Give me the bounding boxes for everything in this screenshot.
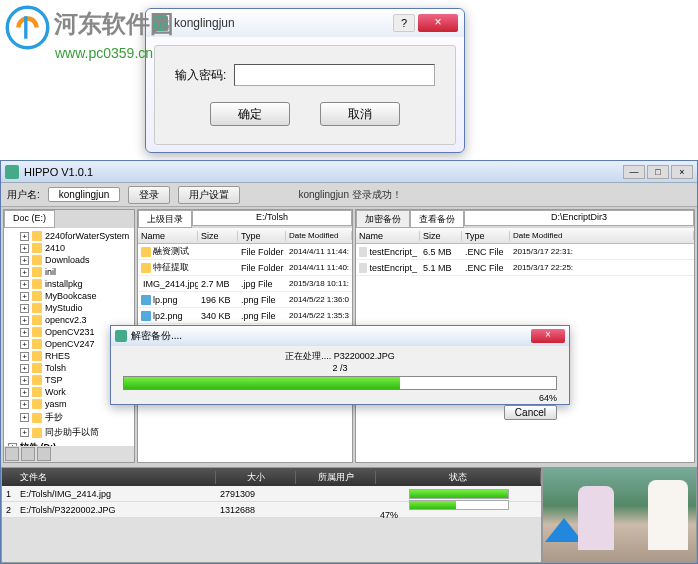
col-size[interactable]: Size — [198, 231, 238, 241]
folder-icon — [32, 351, 42, 361]
login-button[interactable]: 登录 — [128, 186, 170, 204]
task-col-status[interactable]: 状态 — [376, 471, 541, 484]
close-button[interactable]: × — [418, 14, 458, 32]
password-input[interactable] — [234, 64, 435, 86]
expand-icon[interactable]: + — [20, 340, 29, 349]
progress-title: 解密备份.... — [131, 329, 531, 343]
folder-icon — [32, 339, 42, 349]
file-row[interactable]: IMG_2414.jpg2.7 MB.jpg File2015/3/18 10:… — [138, 276, 352, 292]
progress-dialog: 解密备份.... × 正在处理.... P3220002.JPG 2 /3 64… — [110, 325, 570, 405]
user-settings-button[interactable]: 用户设置 — [178, 186, 240, 204]
password-dialog-titlebar[interactable]: konglingjun ? × — [146, 9, 464, 37]
expand-icon[interactable]: + — [20, 256, 29, 265]
folder-icon — [32, 413, 42, 423]
expand-icon[interactable]: + — [20, 428, 29, 437]
task-progress-bar — [409, 489, 509, 499]
ok-button[interactable]: 确定 — [210, 102, 290, 126]
col-type[interactable]: Type — [238, 231, 286, 241]
password-dialog: konglingjun ? × 输入密码: 确定 取消 — [145, 8, 465, 153]
tree-node[interactable]: +2240forWaterSystem — [6, 230, 132, 242]
window-close-button[interactable]: × — [671, 165, 693, 179]
svg-rect-1 — [24, 16, 27, 39]
enc-col-type[interactable]: Type — [462, 231, 510, 241]
task-row[interactable]: 2E:/Tolsh/P3220002.JPG1312688 47% — [2, 502, 541, 518]
progress-file-text: 正在处理.... P3220002.JPG — [123, 350, 557, 363]
tree-tab[interactable]: Doc (E:) — [4, 210, 55, 228]
expand-icon[interactable]: + — [20, 400, 29, 409]
main-titlebar[interactable]: HIPPO V1.0.1 — □ × — [1, 161, 697, 183]
file-row[interactable]: lp.png196 KB.png File2014/5/22 1:36:0 — [138, 292, 352, 308]
tree-tool-2[interactable] — [21, 447, 35, 461]
file-path[interactable]: E:/Tolsh — [192, 210, 352, 226]
expand-icon[interactable]: + — [20, 376, 29, 385]
tree-node[interactable]: +2410 — [6, 242, 132, 254]
folder-icon — [32, 231, 42, 241]
enc-row[interactable]: testEncript_6.5 MB.ENC File2015/3/17 22:… — [356, 244, 694, 260]
task-col-user[interactable]: 所属用户 — [296, 471, 376, 484]
tree-node[interactable]: +installpkg — [6, 278, 132, 290]
view-backup-tab[interactable]: 查看备份 — [410, 210, 464, 228]
tree-node[interactable]: +同步助手以筒 — [6, 425, 132, 440]
enc-col-date[interactable]: Date Modified — [510, 231, 694, 240]
encrypt-tab[interactable]: 加密备份 — [356, 210, 410, 228]
progress-fill — [124, 377, 400, 389]
folder-icon — [32, 303, 42, 313]
expand-icon[interactable]: + — [20, 292, 29, 301]
progress-bar — [123, 376, 557, 390]
tree-tool-3[interactable] — [37, 447, 51, 461]
task-col-name[interactable]: 文件名 — [16, 471, 216, 484]
expand-icon[interactable]: + — [20, 352, 29, 361]
person-shape — [578, 486, 614, 550]
maximize-button[interactable]: □ — [647, 165, 669, 179]
folder-icon — [32, 387, 42, 397]
file-row[interactable]: 融资测试File Folder2014/4/11 11:44: — [138, 244, 352, 260]
expand-icon[interactable]: + — [20, 364, 29, 373]
enc-col-size[interactable]: Size — [420, 231, 462, 241]
task-col-size[interactable]: 大小 — [216, 471, 296, 484]
username-field[interactable]: konglingjun — [48, 187, 121, 202]
col-date[interactable]: Date Modified — [286, 231, 352, 240]
help-button[interactable]: ? — [393, 14, 415, 32]
app-title: HIPPO V1.0.1 — [24, 166, 623, 178]
enc-col-name[interactable]: Name — [356, 231, 420, 241]
tree-node[interactable]: +MyBookcase — [6, 290, 132, 302]
folder-icon — [32, 327, 42, 337]
task-progress-fill — [410, 490, 508, 498]
expand-icon[interactable]: + — [20, 268, 29, 277]
progress-percent: 64% — [123, 393, 557, 403]
file-row[interactable]: 特征提取File Folder2014/4/11 11:40: — [138, 260, 352, 276]
folder-icon — [32, 291, 42, 301]
expand-icon[interactable]: + — [20, 280, 29, 289]
cancel-button[interactable]: 取消 — [320, 102, 400, 126]
enc-path[interactable]: D:\EncriptDir3 — [464, 210, 694, 226]
expand-icon[interactable]: + — [20, 388, 29, 397]
folder-icon — [32, 279, 42, 289]
minimize-button[interactable]: — — [623, 165, 645, 179]
task-header: 文件名 大小 所属用户 状态 — [2, 468, 541, 486]
folder-icon — [32, 255, 42, 265]
progress-cancel-button[interactable]: Cancel — [504, 405, 557, 420]
password-dialog-title: konglingjun — [174, 16, 393, 30]
expand-icon[interactable]: + — [20, 316, 29, 325]
expand-icon[interactable]: + — [20, 232, 29, 241]
tree-node[interactable]: +MyStudio — [6, 302, 132, 314]
expand-icon[interactable]: + — [20, 304, 29, 313]
expand-icon[interactable]: + — [20, 244, 29, 253]
enc-table-header: Name Size Type Date Modified — [356, 228, 694, 244]
tree-node[interactable]: +inil — [6, 266, 132, 278]
col-name[interactable]: Name — [138, 231, 198, 241]
progress-titlebar[interactable]: 解密备份.... × — [111, 326, 569, 346]
expand-icon[interactable]: + — [20, 413, 29, 422]
file-icon — [359, 263, 367, 273]
expand-icon[interactable]: + — [20, 328, 29, 337]
up-dir-tab[interactable]: 上级目录 — [138, 210, 192, 228]
image-preview — [542, 467, 697, 563]
enc-row[interactable]: testEncript_5.1 MB.ENC File2015/3/17 22:… — [356, 260, 694, 276]
tree-node[interactable]: +手抄 — [6, 410, 132, 425]
tree-toolbar — [4, 446, 134, 462]
progress-close-button[interactable]: × — [531, 329, 565, 343]
tree-tool-1[interactable] — [5, 447, 19, 461]
file-row[interactable]: lp2.png340 KB.png File2014/5/22 1:35:3 — [138, 308, 352, 324]
image-icon — [141, 311, 151, 321]
tree-node[interactable]: +Downloads — [6, 254, 132, 266]
